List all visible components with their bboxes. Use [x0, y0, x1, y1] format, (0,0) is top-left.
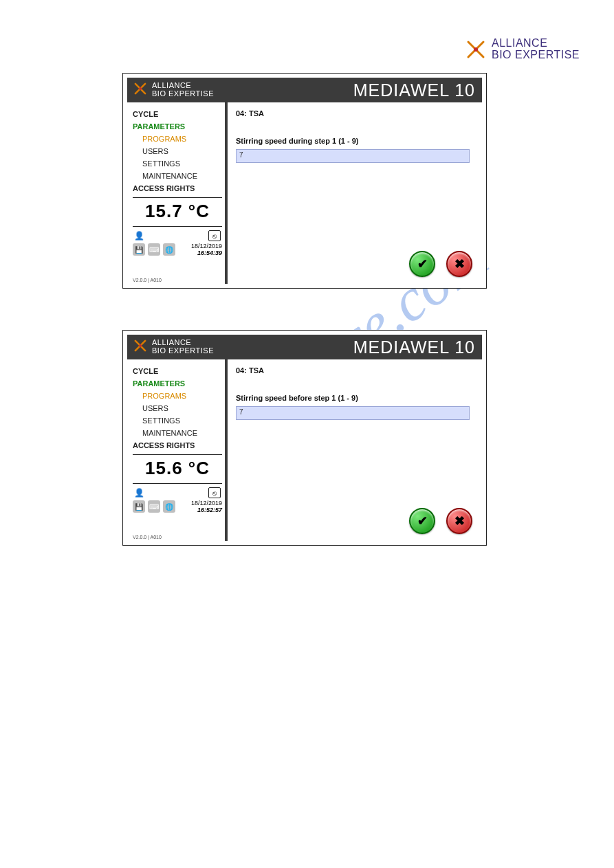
title-bar: ALLIANCE BIO EXPERTISE MEDIAWEL 10 — [127, 78, 482, 102]
brand-line2: BIO EXPERTISE — [152, 90, 214, 98]
save-icon[interactable]: 💾 — [133, 243, 145, 256]
logout-button[interactable]: ⎋ — [208, 487, 221, 498]
svg-point-8 — [139, 344, 142, 347]
confirm-button[interactable]: ✔ — [409, 251, 435, 277]
keyboard-icon[interactable]: ⌨ — [148, 243, 160, 256]
alliance-logo-icon — [133, 338, 148, 356]
temperature-display: 15.6 °C — [133, 458, 222, 480]
nav-item-programs[interactable]: PROGRAMS — [133, 390, 222, 402]
nav-item-access-rights[interactable]: ACCESS RIGHTS — [133, 439, 222, 452]
version-text: V2.0.0 | A010 — [133, 533, 222, 539]
check-icon: ✔ — [417, 513, 428, 528]
datetime: 18/12/2019 16:54:39 — [191, 243, 222, 257]
nav-item-users[interactable]: USERS — [133, 402, 222, 414]
device-title: MEDIAWEL 10 — [353, 335, 482, 359]
status-row: 💾 ⌨ 🌐 18/12/2019 16:54:39 — [133, 242, 222, 258]
field-label: Stirring speed during step 1 (1 - 9) — [236, 137, 474, 145]
logo-line2: BIO EXPERTISE — [492, 49, 580, 61]
program-title: 04: TSA — [236, 366, 474, 375]
cancel-button[interactable]: ✖ — [446, 508, 472, 534]
user-icon: 👤 — [134, 231, 144, 241]
brand-text: ALLIANCE BIO EXPERTISE — [152, 339, 214, 355]
time-text: 16:52:57 — [191, 507, 222, 514]
logout-button[interactable]: ⎋ — [208, 230, 221, 241]
page-header-logo: ALLIANCE BIO EXPERTISE — [464, 38, 580, 61]
status-row: 💾 ⌨ 🌐 18/12/2019 16:52:57 — [133, 499, 222, 515]
datetime: 18/12/2019 16:52:57 — [191, 500, 222, 514]
program-title: 04: TSA — [236, 109, 474, 118]
stirring-speed-input[interactable]: 7 — [236, 406, 470, 420]
cancel-button[interactable]: ✖ — [446, 251, 472, 277]
nav-item-settings[interactable]: SETTINGS — [133, 414, 222, 427]
main-panel: 04: TSA Stirring speed during step 1 (1 … — [228, 102, 482, 284]
confirm-button[interactable]: ✔ — [409, 508, 435, 534]
device-title: MEDIAWEL 10 — [353, 78, 482, 102]
screenshot-1: ALLIANCE BIO EXPERTISE MEDIAWEL 10 CYCLE… — [122, 73, 487, 289]
alliance-logo-icon — [464, 38, 487, 61]
check-icon: ✔ — [417, 256, 428, 271]
network-icon[interactable]: 🌐 — [163, 500, 175, 513]
sidebar: CYCLE PARAMETERS PROGRAMS USERS SETTINGS… — [127, 359, 228, 541]
nav-item-access-rights[interactable]: ACCESS RIGHTS — [133, 182, 222, 194]
nav-item-parameters[interactable]: PARAMETERS — [133, 120, 222, 133]
brand-block: ALLIANCE BIO EXPERTISE — [127, 335, 219, 359]
user-row: 👤 ⎋ — [133, 230, 222, 242]
nav-item-programs[interactable]: PROGRAMS — [133, 133, 222, 145]
nav-item-parameters[interactable]: PARAMETERS — [133, 377, 222, 390]
screenshot-2: ALLIANCE BIO EXPERTISE MEDIAWEL 10 CYCLE… — [122, 330, 487, 546]
nav-menu: CYCLE PARAMETERS PROGRAMS USERS SETTINGS… — [133, 108, 222, 194]
brand-block: ALLIANCE BIO EXPERTISE — [127, 78, 219, 102]
user-icon: 👤 — [134, 488, 144, 498]
network-icon[interactable]: 🌐 — [163, 243, 175, 256]
time-text: 16:54:39 — [191, 250, 222, 257]
nav-item-maintenance[interactable]: MAINTENANCE — [133, 170, 222, 182]
keyboard-icon[interactable]: ⌨ — [148, 500, 160, 513]
svg-point-5 — [139, 87, 142, 90]
nav-item-cycle[interactable]: CYCLE — [133, 108, 222, 120]
svg-point-2 — [474, 47, 478, 52]
brand-line2: BIO EXPERTISE — [152, 347, 214, 355]
field-label: Stirring speed before step 1 (1 - 9) — [236, 394, 474, 402]
nav-item-maintenance[interactable]: MAINTENANCE — [133, 427, 222, 439]
page-header-logo-text: ALLIANCE BIO EXPERTISE — [492, 38, 580, 61]
version-text: V2.0.0 | A010 — [133, 276, 222, 282]
save-icon[interactable]: 💾 — [133, 500, 145, 513]
logo-line1: ALLIANCE — [492, 38, 580, 49]
close-icon: ✖ — [454, 256, 465, 271]
brand-text: ALLIANCE BIO EXPERTISE — [152, 82, 214, 98]
stirring-speed-input[interactable]: 7 — [236, 149, 470, 163]
temperature-display: 15.7 °C — [133, 201, 222, 223]
sidebar: CYCLE PARAMETERS PROGRAMS USERS SETTINGS… — [127, 102, 228, 284]
alliance-logo-icon — [133, 81, 148, 99]
main-panel: 04: TSA Stirring speed before step 1 (1 … — [228, 359, 482, 541]
nav-menu: CYCLE PARAMETERS PROGRAMS USERS SETTINGS… — [133, 365, 222, 452]
user-row: 👤 ⎋ — [133, 487, 222, 499]
nav-item-settings[interactable]: SETTINGS — [133, 157, 222, 170]
title-bar: ALLIANCE BIO EXPERTISE MEDIAWEL 10 — [127, 335, 482, 359]
nav-item-cycle[interactable]: CYCLE — [133, 365, 222, 377]
close-icon: ✖ — [454, 513, 465, 528]
nav-item-users[interactable]: USERS — [133, 145, 222, 157]
